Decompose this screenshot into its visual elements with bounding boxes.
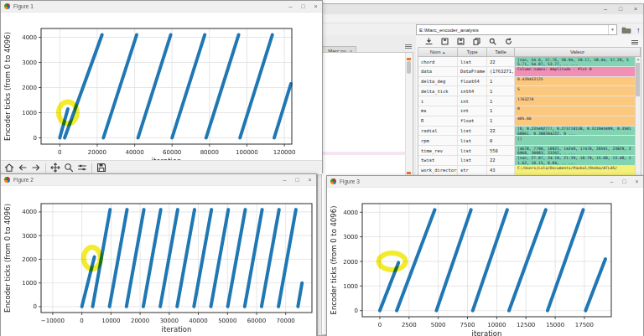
- figure3-title: Figure 3: [340, 178, 605, 184]
- options-menu-icon[interactable]: [631, 39, 638, 45]
- table-row[interactable]: msint10: [418, 106, 636, 116]
- forward-icon[interactable]: [31, 163, 41, 173]
- close-button[interactable]: ×: [631, 176, 643, 187]
- figure3-plot[interactable]: 0250050007500100001250015000175000100020…: [327, 188, 643, 336]
- table-header: Nom ▲ Type Taille Valeur: [418, 48, 641, 57]
- pan-icon[interactable]: [50, 163, 60, 173]
- home-icon[interactable]: [4, 163, 14, 173]
- variable-type: list: [458, 146, 487, 156]
- variable-type: list: [458, 127, 487, 137]
- svg-text:10000: 10000: [487, 322, 506, 328]
- editor-options-icon[interactable]: [405, 44, 412, 49]
- column-header-taille[interactable]: Taille: [487, 48, 515, 57]
- save-icon[interactable]: [96, 163, 106, 173]
- svg-text:12500: 12500: [517, 322, 535, 328]
- table-row[interactable]: time_revlist550[4678, 7790, 10921, 14249…: [418, 146, 636, 156]
- svg-text:4000: 4000: [22, 209, 37, 215]
- maximize-button[interactable]: □: [291, 174, 304, 185]
- close-button[interactable]: ×: [309, 1, 322, 12]
- save-data-as-icon[interactable]: [457, 38, 465, 45]
- copy-icon[interactable]: [473, 38, 480, 45]
- svg-text:Encoder ticks (from 0 to 4096): Encoder ticks (from 0 to 4096): [330, 206, 338, 315]
- matplotlib-icon: [4, 177, 10, 183]
- working-directory-value: E:\Marc_encoder_analysis: [417, 28, 608, 33]
- variable-type: int64: [458, 86, 487, 96]
- svg-text:1000: 1000: [22, 280, 37, 287]
- browse-folder-button[interactable]: [621, 26, 631, 34]
- editor-scroll-thumb[interactable]: [407, 61, 411, 74]
- svg-text:2500: 2500: [402, 322, 417, 328]
- figure2-titlebar[interactable]: Figure 2 – □ ×: [1, 174, 316, 185]
- save-data-icon[interactable]: [441, 38, 449, 45]
- figure1-titlebar[interactable]: Figure 1 – □ ×: [1, 1, 322, 12]
- svg-text:0: 0: [80, 318, 83, 324]
- table-row[interactable]: dataDataFrame(1763271, 1)Column names: A…: [418, 67, 636, 77]
- spyder-titlebar[interactable]: – □ ×: [318, 4, 643, 14]
- maximize-button[interactable]: □: [613, 4, 628, 14]
- table-row[interactable]: twistlist22[nan, 27.07, 24.19, 21.39, 18…: [418, 156, 636, 166]
- import-data-icon[interactable]: [425, 38, 433, 45]
- variable-value: 1763270: [515, 96, 636, 106]
- variable-name: i: [418, 96, 458, 106]
- back-icon[interactable]: [18, 163, 28, 173]
- column-header-valeur[interactable]: Valeur: [515, 48, 641, 57]
- minimize-button[interactable]: –: [278, 174, 291, 185]
- zoom-icon[interactable]: [64, 163, 74, 173]
- svg-text:3000: 3000: [343, 234, 358, 240]
- table-row[interactable]: work_directorystr43C:/Users/Lola/Documen…: [418, 166, 636, 176]
- variable-size: (1763271, 1): [487, 67, 515, 77]
- figure1-title: Figure 1: [13, 3, 284, 9]
- variable-size: 1: [487, 96, 515, 106]
- column-header-nom[interactable]: Nom ▲: [418, 48, 458, 57]
- table-row[interactable]: chordlist22[nan, 54.6, 57.76, 58.94, 59.…: [418, 57, 636, 67]
- figure1-plot[interactable]: 0200004000060000800001000001200000100020…: [1, 13, 322, 160]
- variable-value: [0, 0.235492777, 0.273718138, 0.31194349…: [515, 127, 636, 137]
- variable-size: 43: [487, 166, 515, 176]
- scroll-up-icon[interactable]: ▲: [636, 57, 641, 61]
- parent-directory-button[interactable]: ↑: [636, 26, 641, 34]
- variable-size: 22: [487, 127, 515, 137]
- minimize-button[interactable]: –: [605, 176, 618, 187]
- table-row[interactable]: delta_tickint6415: [418, 86, 636, 96]
- figure3-titlebar[interactable]: Figure 3 – □ ×: [327, 176, 643, 187]
- svg-text:3000: 3000: [22, 233, 37, 240]
- svg-text:2000: 2000: [22, 85, 37, 91]
- svg-text:40000: 40000: [125, 149, 143, 156]
- figure3-window: Figure 3 – □ × 0250050007500100001250015…: [326, 175, 644, 336]
- svg-text:17500: 17500: [575, 322, 594, 328]
- subplots-icon[interactable]: [77, 163, 87, 173]
- refresh-icon[interactable]: [505, 38, 512, 45]
- svg-text:100000: 100000: [236, 149, 258, 156]
- svg-text:20000: 20000: [131, 318, 149, 324]
- svg-text:1000: 1000: [343, 283, 358, 290]
- table-row[interactable]: radiallist22[0, 0.235492777, 0.273718138…: [418, 127, 636, 137]
- svg-text:3000: 3000: [22, 59, 37, 66]
- variable-type: list: [458, 57, 487, 67]
- chevron-down-icon[interactable]: ▼: [608, 25, 616, 34]
- table-row[interactable]: iint11763270: [418, 96, 636, 106]
- working-directory-input[interactable]: E:\Marc_encoder_analysis ▼: [416, 24, 617, 35]
- svg-text:−10000: −10000: [41, 318, 65, 324]
- svg-text:4000: 4000: [22, 34, 37, 41]
- close-button[interactable]: ×: [304, 174, 316, 185]
- svg-text:7500: 7500: [460, 322, 475, 328]
- maximize-button[interactable]: □: [297, 1, 309, 12]
- table-row[interactable]: rpmlist0[]: [418, 136, 636, 146]
- svg-text:5000: 5000: [431, 322, 446, 328]
- figure2-plot[interactable]: −100000100002000030000400005000060000700…: [1, 186, 316, 336]
- variable-explorer-toolbar: [416, 35, 643, 47]
- table-row[interactable]: Rfloat1405.66: [418, 116, 636, 127]
- variable-size: 1: [487, 116, 515, 127]
- minimize-button[interactable]: –: [598, 4, 613, 14]
- variable-name: R: [418, 116, 458, 127]
- search-icon[interactable]: [489, 38, 496, 45]
- table-row[interactable]: delta_degfloat6410.439453125: [418, 77, 636, 87]
- table-scroll-thumb[interactable]: [636, 63, 640, 96]
- maximize-button[interactable]: □: [618, 176, 631, 187]
- close-button[interactable]: ×: [628, 4, 643, 14]
- column-header-type[interactable]: Type: [458, 48, 487, 57]
- variable-name: work_directory: [418, 166, 458, 176]
- minimize-button[interactable]: –: [284, 1, 297, 12]
- svg-text:Encoder ticks (from 0 to 4096): Encoder ticks (from 0 to 4096): [3, 32, 12, 141]
- variable-size: 1: [487, 77, 515, 87]
